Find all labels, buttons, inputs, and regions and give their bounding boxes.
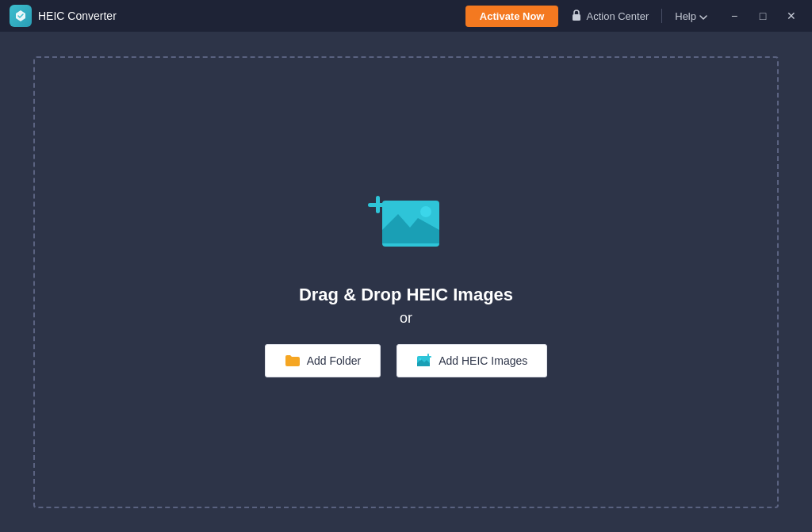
- add-heic-images-button[interactable]: Add HEIC Images: [396, 344, 547, 377]
- svg-point-5: [386, 208, 391, 212]
- add-image-icon: [416, 353, 432, 369]
- app-title: HEIC Converter: [38, 10, 465, 22]
- add-folder-label: Add Folder: [307, 354, 361, 367]
- svg-point-7: [419, 358, 422, 361]
- svg-point-2: [420, 206, 431, 217]
- main-content: Drag & Drop HEIC Images or Add Folder: [0, 32, 812, 532]
- action-center-label: Action Center: [586, 10, 649, 22]
- help-label: Help: [675, 10, 696, 22]
- minimize-button[interactable]: −: [723, 5, 745, 27]
- lock-icon: [571, 9, 582, 24]
- maximize-button[interactable]: □: [752, 5, 774, 27]
- svg-rect-9: [425, 356, 431, 358]
- svg-rect-0: [573, 14, 580, 21]
- drag-drop-text: Drag & Drop HEIC Images: [299, 285, 513, 305]
- activate-now-button[interactable]: Activate Now: [465, 6, 559, 27]
- action-center-button[interactable]: Action Center: [571, 9, 649, 24]
- window-controls: − □ ✕: [723, 5, 802, 27]
- titlebar-divider: [661, 9, 662, 23]
- help-button[interactable]: Help: [675, 10, 707, 22]
- buttons-row: Add Folder Add HEIC Images: [265, 344, 548, 377]
- app-logo: [10, 5, 32, 27]
- or-text: or: [400, 310, 412, 327]
- add-heic-images-label: Add HEIC Images: [439, 354, 527, 367]
- upload-icon: [358, 186, 454, 266]
- svg-rect-4: [368, 203, 385, 207]
- close-button[interactable]: ✕: [780, 5, 802, 27]
- titlebar: HEIC Converter Activate Now Action Cente…: [0, 0, 812, 32]
- chevron-down-icon: [699, 10, 707, 22]
- folder-icon: [285, 353, 301, 369]
- add-folder-button[interactable]: Add Folder: [265, 344, 381, 377]
- drop-zone[interactable]: Drag & Drop HEIC Images or Add Folder: [33, 56, 779, 508]
